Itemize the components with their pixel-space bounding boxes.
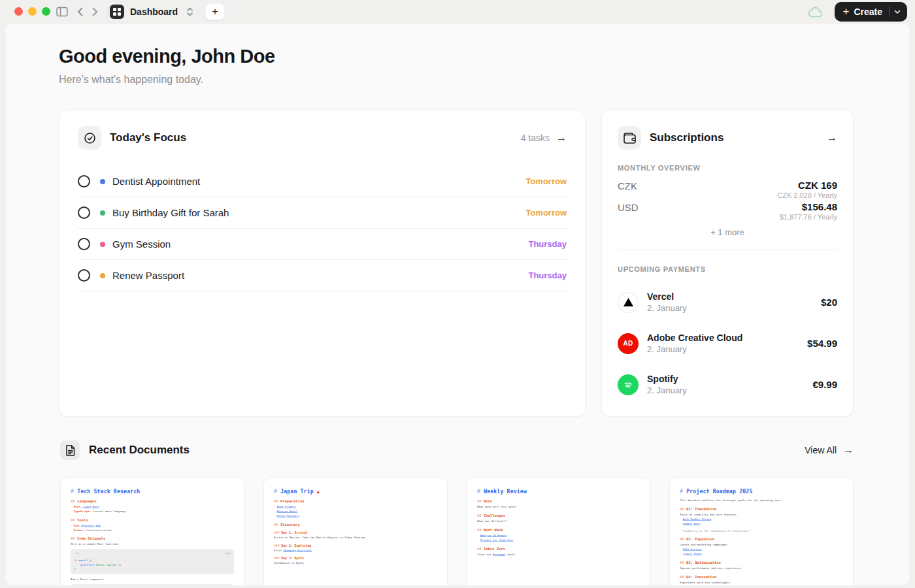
doc-block-h2: Next Week <box>477 528 640 532</box>
payment-date: 2. January <box>647 385 687 395</box>
subscriptions-card: Subscriptions → MONTHLY OVERVIEW CZK CZK… <box>601 110 854 417</box>
payment-row[interactable]: Spotify 2. January €9.99 <box>618 364 837 405</box>
document-card-project-roadmap-2025[interactable]: Project Roadmap 2025This document outlin… <box>669 478 854 585</box>
doc-block-li: Vim: Practice Vim <box>71 523 234 527</box>
view-all-button[interactable]: View All → <box>805 444 854 456</box>
doc-block-p: Launch new marketing campaigns. <box>680 542 843 546</box>
tab-title: Dashboard <box>130 7 178 17</box>
close-window-button[interactable] <box>14 7 23 16</box>
document-icon <box>60 440 80 460</box>
document-card-japan-trip[interactable]: Japan TripPreparationBook FlightsReserve… <box>263 478 448 585</box>
payment-name: Spotify <box>647 374 687 384</box>
todays-focus-card: Today's Focus 4 tasks → Dentist Appointm… <box>59 110 586 417</box>
payment-amount: €9.99 <box>812 379 837 390</box>
monthly-overview-label: MONTHLY OVERVIEW <box>618 164 837 172</box>
payment-row[interactable]: Vercel 2. January $20 <box>618 282 837 323</box>
create-button-divider <box>889 7 890 17</box>
doc-block-h2: Wins <box>477 499 640 504</box>
currency-row: CZK CZK 169 CZK 2,028 / Yearly <box>618 180 837 199</box>
payment-name: Adobe Creative Cloud <box>647 333 742 343</box>
doc-block-p: Clear out Personal tasks. <box>477 552 640 556</box>
spotify-waves-icon <box>618 374 639 395</box>
doc-block-li: Reserve Hotel <box>274 510 437 514</box>
task-title: Buy Birthday Gift for Sarah <box>112 207 229 218</box>
task-color-dot <box>100 242 105 247</box>
zoom-window-button[interactable] <box>42 7 50 16</box>
task-color-dot <box>100 273 105 278</box>
tab-dashboard[interactable]: Dashboard <box>110 0 193 24</box>
task-row[interactable]: Renew Passport Thursday <box>78 260 567 291</box>
code-language-label: rust <box>75 552 80 555</box>
task-due: Thursday <box>528 270 567 280</box>
currency-monthly-total: $156.48 <box>780 201 837 212</box>
copy-code-button: Copy <box>225 552 230 555</box>
doc-block-h2: Q2: Expansion <box>680 536 843 541</box>
minimize-window-button[interactable] <box>28 7 37 16</box>
back-icon[interactable] <box>77 7 83 16</box>
doc-block-h3: Day 1: Arrival <box>274 531 437 534</box>
task-checkbox[interactable] <box>78 269 90 282</box>
focus-open-button[interactable]: 4 tasks → <box>521 132 567 144</box>
payment-row[interactable]: AD Adobe Creative Cloud 2. January $54.9… <box>618 323 837 364</box>
doc-block-p: What was difficult? <box>477 519 640 523</box>
payments-list: Vercel 2. January $20 AD Adobe Creative … <box>618 282 837 405</box>
doc-block-h3: Day 3: Kyoto <box>274 556 437 560</box>
cloud-sync-icon[interactable] <box>808 7 823 18</box>
create-button-label: Create <box>854 7 882 17</box>
doc-block-p: Improve performance and user experience. <box>680 566 843 570</box>
titlebar: Dashboard + + Create <box>0 0 915 24</box>
doc-block-h2: Code Snippets <box>71 536 234 541</box>
doc-block-li: Analyze Q4 Report <box>477 534 640 538</box>
focus-card-title: Today's Focus <box>110 131 186 144</box>
section-divider <box>618 250 837 250</box>
doc-block-h2: Preparation <box>274 499 437 504</box>
adobe-ad-icon: AD <box>618 333 639 354</box>
task-title: Gym Session <box>112 238 171 250</box>
doc-block-h1: Project Roadmap 2025 <box>680 488 843 495</box>
vercel-triangle-icon <box>618 292 639 313</box>
task-list: Dentist Appointment Tomorrow Buy Birthda… <box>78 166 567 291</box>
doc-block-h2: Inbox Zero <box>477 546 640 551</box>
upcoming-payments-label: UPCOMING PAYMENTS <box>618 265 837 273</box>
chevron-down-icon[interactable] <box>894 10 901 14</box>
doc-block-h1: Japan Trip <box>274 488 437 495</box>
sidebar-toggle-icon[interactable] <box>56 7 68 17</box>
task-row[interactable]: Gym Session Thursday <box>78 229 567 260</box>
task-checkbox[interactable] <box>78 175 90 188</box>
task-checkbox[interactable] <box>78 238 90 250</box>
task-checkbox[interactable] <box>78 206 90 219</box>
task-count: 4 tasks <box>521 133 550 143</box>
tab-switcher-icon[interactable] <box>186 7 193 17</box>
currency-code: CZK <box>618 180 637 199</box>
subscriptions-open-button[interactable]: → <box>827 132 837 144</box>
forward-icon[interactable] <box>92 7 98 16</box>
doc-block-li: Auth Module Review <box>680 517 843 521</box>
currency-row: USD $156.48 $1,877.76 / Yearly <box>618 201 837 221</box>
arrow-right-icon: → <box>843 444 854 456</box>
task-check-icon <box>78 126 101 150</box>
doc-block-li: Book Flights <box>274 505 437 509</box>
doc-block-p: Arrive at Narita. Take the Narita Expres… <box>274 536 437 540</box>
subscriptions-card-title: Subscriptions <box>650 131 724 144</box>
document-card-tech-stack-research[interactable]: Tech Stack ResearchLanguagesRust: Learn … <box>60 478 244 585</box>
more-currencies-button[interactable]: + 1 more <box>618 227 837 237</box>
payment-date: 2. January <box>647 303 687 313</box>
arrow-right-icon: → <box>827 132 837 144</box>
doc-block-h2: Q3: Optimization <box>680 561 843 565</box>
doc-block-h1: Tech Stack Research <box>71 488 234 495</box>
greeting-block: Good evening, John Doe Here's what's hap… <box>59 46 275 86</box>
page-title: Good evening, John Doe <box>59 46 275 67</box>
document-card-weekly-review[interactable]: Weekly ReviewWinsWhat went well this wee… <box>467 478 651 585</box>
task-row[interactable]: Dentist Appointment Tomorrow <box>78 166 567 197</box>
doc-block-p: And a React component: <box>71 577 234 581</box>
new-tab-button[interactable]: + <box>205 3 225 20</box>
payment-date: 2. January <box>647 344 742 354</box>
task-color-dot <box>100 210 105 216</box>
task-row[interactable]: Buy Birthday Gift for Sarah Tomorrow <box>78 197 567 229</box>
doc-block-li: Renew Passport <box>274 514 437 518</box>
create-button[interactable]: + Create <box>835 2 907 22</box>
task-title: Renew Passport <box>112 270 184 281</box>
payment-amount: $20 <box>821 297 837 308</box>
doc-block-p: What went well this week? <box>477 505 640 509</box>
doc-block-li: HiFi Project <box>680 547 843 551</box>
